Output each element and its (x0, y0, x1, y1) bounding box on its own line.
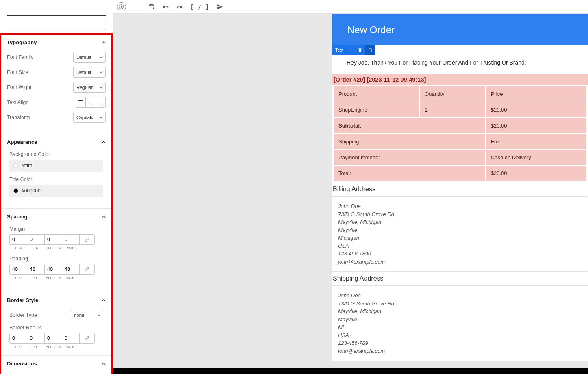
chevron-up-icon (102, 362, 106, 366)
radius-left-input[interactable] (27, 333, 44, 343)
shipping-address: John Doe73/D G South Grove RdMayville, M… (332, 285, 588, 361)
margin-label: Margin (9, 226, 103, 232)
delete-button[interactable] (356, 45, 365, 55)
align-right-button[interactable] (95, 97, 105, 107)
add-button[interactable] (347, 45, 356, 55)
title-color-label: Title Color (9, 177, 103, 182)
font-size-select[interactable]: Default (73, 67, 106, 78)
spacing-header[interactable]: Spacing (1, 209, 111, 225)
refresh-icon[interactable] (149, 4, 155, 10)
padding-bottom-input[interactable] (45, 264, 62, 274)
email-preview[interactable]: New Order Text Hey Joe, Thank You For Pl… (332, 14, 588, 374)
greeting-text: Hey Joe, Thank You For Placing Your Orde… (347, 58, 573, 67)
table-row: ShopEngine 1 $20.00 (334, 102, 586, 117)
radius-link-button[interactable] (80, 333, 94, 343)
dimensions-header[interactable]: Dimensions (1, 356, 111, 372)
padding-link-button[interactable] (80, 264, 94, 274)
font-size-label: Font Size (7, 69, 28, 75)
dimensions-section: Dimensions Width Height (1, 356, 111, 374)
bg-color-label: Background Color (9, 151, 103, 157)
transform-label: Transform (7, 115, 30, 120)
typography-header[interactable]: Typography (1, 35, 111, 50)
table-row: Payment method:Cash on Delivery (334, 150, 586, 165)
border-type-label: Border Type (9, 312, 37, 318)
font-family-label: Font Family (7, 54, 33, 60)
appearance-section: Appearance Background Color #ffffff Titl… (1, 134, 111, 209)
margin-link-button[interactable] (80, 235, 94, 244)
redo-icon[interactable] (176, 4, 183, 10)
margin-left-input[interactable] (27, 235, 44, 244)
text-align-label: Text Align (7, 99, 29, 105)
table-row: Subtotal:$20.00 (334, 118, 586, 133)
chevron-down-icon (100, 71, 103, 74)
radius-bottom-input[interactable] (45, 333, 62, 343)
margin-inputs (9, 234, 95, 245)
border-radius-inputs (9, 333, 95, 344)
padding-left-input[interactable] (27, 264, 44, 274)
wordpress-icon[interactable] (117, 2, 126, 11)
chevron-up-icon (102, 140, 106, 144)
appearance-header[interactable]: Appearance (1, 134, 111, 150)
highlighted-panels: Typography Font Family Default Font Size (0, 33, 113, 374)
email-header-block[interactable]: New Order Text (332, 14, 588, 45)
padding-inputs (9, 264, 95, 275)
align-center-button[interactable] (86, 97, 95, 107)
table-row: Total:$20.00 (334, 166, 586, 181)
radius-right-input[interactable] (62, 333, 79, 343)
chevron-down-icon (97, 313, 100, 317)
email-title: New Order (347, 24, 395, 35)
shipping-title: Shipping Address (332, 272, 588, 285)
title-color-input[interactable]: #000000 (9, 185, 103, 197)
element-label: Text (332, 48, 347, 52)
chevron-up-icon (102, 215, 106, 219)
preview-canvas: New Order Text Hey Joe, Thank You For Pl… (113, 14, 588, 374)
order-meta: [Order #20] [2023-11-12 09:49:13] (332, 74, 588, 85)
spacing-section: Spacing Margin TOPLE (1, 209, 111, 292)
border-section: Border Style Border Type none Border Rad… (1, 292, 111, 356)
bg-color-input[interactable]: #ffffff (9, 160, 103, 172)
margin-bottom-input[interactable] (45, 235, 62, 244)
radius-top-input[interactable] (10, 333, 27, 343)
billing-address: John Doe73/D G South Grove RdMayville, M… (332, 196, 588, 272)
bottom-strip (113, 368, 588, 374)
send-icon[interactable] (217, 4, 223, 10)
margin-right-input[interactable] (62, 235, 79, 244)
chevron-up-icon (102, 41, 106, 45)
padding-top-input[interactable] (10, 264, 27, 274)
padding-label: Padding (9, 256, 103, 262)
table-header-row: Product Quantity Price (334, 86, 586, 102)
font-weight-select[interactable]: Regular (73, 82, 106, 93)
padding-right-input[interactable] (62, 264, 79, 274)
align-left-button[interactable] (76, 97, 86, 107)
chevron-up-icon (102, 298, 106, 303)
typography-section: Typography Font Family Default Font Size (1, 35, 111, 134)
preview-box (7, 15, 106, 30)
toolbar: [ / ] (113, 0, 588, 14)
border-radius-label: Border Radius (9, 325, 103, 331)
text-align-group (76, 97, 106, 108)
border-header[interactable]: Border Style (1, 292, 111, 308)
element-tag: Text (332, 45, 375, 55)
billing-title: Billing Address (332, 182, 588, 196)
chevron-down-icon (100, 56, 103, 59)
font-family-select[interactable]: Default (73, 52, 106, 63)
chevron-down-icon (100, 86, 103, 89)
order-table: Product Quantity Price ShopEngine 1 $20.… (333, 86, 587, 182)
duplicate-button[interactable] (365, 45, 375, 55)
chevron-down-icon (100, 116, 103, 119)
shortcode-button[interactable]: [ / ] (190, 4, 209, 10)
table-row: Shipping:Free (334, 134, 586, 149)
sidebar: Typography Font Family Default Font Size (0, 0, 113, 374)
undo-icon[interactable] (163, 4, 169, 10)
transform-select[interactable]: Capitaliz (73, 112, 106, 123)
border-type-select[interactable]: none (71, 310, 103, 320)
margin-top-input[interactable] (10, 235, 27, 244)
font-weight-label: Font Wight (7, 84, 31, 90)
